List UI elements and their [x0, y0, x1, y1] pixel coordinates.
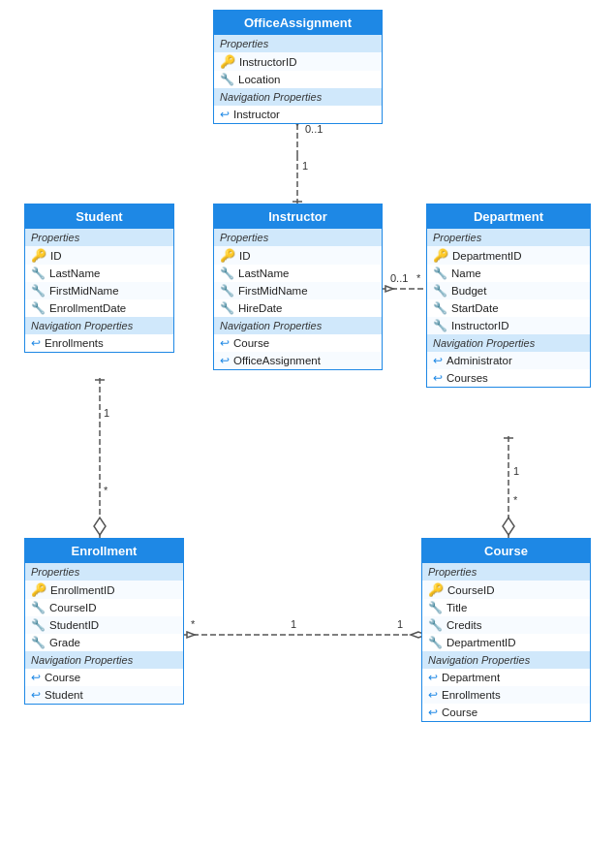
wrench-icon: 🔧: [433, 301, 447, 315]
nav-icon: ↩: [220, 108, 230, 121]
nav-icon: ↩: [31, 688, 41, 702]
section-label: Properties: [25, 563, 183, 581]
prop-credits: 🔧Credits: [422, 616, 590, 634]
svg-text:*: *: [191, 618, 196, 630]
prop-courseid: 🔑CourseID: [422, 581, 590, 599]
section-label-nav: Navigation Properties: [214, 88, 382, 106]
entity-office-assignment: OfficeAssignment Properties 🔑InstructorI…: [213, 10, 383, 124]
nav-icon: ↩: [428, 671, 438, 684]
prop-nav-department: ↩Department: [422, 669, 590, 686]
wrench-icon: 🔧: [433, 284, 447, 298]
entity-header-enrollment: Enrollment: [25, 539, 183, 563]
prop-nav-course: ↩Course: [214, 334, 382, 352]
prop-nav-administrator: ↩Administrator: [427, 352, 590, 369]
svg-text:1: 1: [513, 465, 519, 477]
diagram: 0..1 1 0..1 * 1 * 1 * * 1: [0, 0, 616, 848]
key-icon: 🔑: [31, 582, 46, 597]
wrench-icon: 🔧: [220, 73, 234, 86]
section-label: Properties: [25, 229, 173, 246]
nav-icon: ↩: [433, 354, 443, 367]
prop-startdate: 🔧StartDate: [427, 299, 590, 317]
key-icon: 🔑: [433, 248, 448, 263]
nav-icon: ↩: [31, 671, 41, 684]
prop-lastname: 🔧LastName: [214, 265, 382, 282]
prop-nav-course: ↩Course: [25, 669, 183, 686]
svg-text:*: *: [416, 272, 421, 284]
prop-enrollmentdate: 🔧EnrollmentDate: [25, 299, 173, 317]
prop-nav-student: ↩Student: [25, 686, 183, 704]
prop-nav-enrollments: ↩Enrollments: [422, 686, 590, 704]
svg-text:1: 1: [291, 618, 296, 630]
prop-location: 🔧Location: [214, 71, 382, 88]
prop-id: 🔑ID: [25, 246, 173, 265]
wrench-icon: 🔧: [31, 601, 46, 614]
prop-firstmidname: 🔧FirstMidName: [214, 282, 382, 299]
wrench-icon: 🔧: [428, 618, 443, 632]
key-icon: 🔑: [220, 248, 235, 263]
prop-nav-instructor: ↩Instructor: [214, 106, 382, 123]
entity-department: Department Properties 🔑DepartmentID 🔧Nam…: [426, 204, 591, 388]
section-label: Properties: [422, 563, 590, 581]
svg-marker-7: [385, 286, 393, 292]
wrench-icon: 🔧: [220, 267, 234, 280]
svg-text:1: 1: [302, 160, 308, 172]
prop-nav-courses: ↩Courses: [427, 369, 590, 387]
wrench-icon: 🔧: [433, 319, 447, 332]
wrench-icon: 🔧: [220, 301, 234, 315]
prop-title: 🔧Title: [422, 599, 590, 616]
wrench-icon: 🔧: [428, 636, 443, 649]
prop-budget: 🔧Budget: [427, 282, 590, 299]
prop-id: 🔑ID: [214, 246, 382, 265]
svg-text:*: *: [104, 485, 108, 496]
key-icon: 🔑: [31, 248, 46, 263]
entity-enrollment: Enrollment Properties 🔑EnrollmentID 🔧Cou…: [24, 538, 184, 705]
section-label-nav: Navigation Properties: [25, 317, 173, 334]
section-label: Properties: [214, 35, 382, 52]
wrench-icon: 🔧: [31, 267, 46, 280]
svg-text:*: *: [513, 494, 518, 506]
prop-departmentid: 🔧DepartmentID: [422, 634, 590, 651]
prop-name: 🔧Name: [427, 265, 590, 282]
section-label-nav: Navigation Properties: [427, 334, 590, 352]
svg-marker-13: [94, 518, 106, 535]
svg-text:1: 1: [104, 407, 109, 419]
entity-course: Course Properties 🔑CourseID 🔧Title 🔧Cred…: [421, 538, 591, 722]
prop-studentid: 🔧StudentID: [25, 616, 183, 634]
prop-instructorid: 🔧InstructorID: [427, 317, 590, 334]
prop-lastname: 🔧LastName: [25, 265, 173, 282]
entity-header-office-assignment: OfficeAssignment: [214, 11, 382, 35]
entity-instructor: Instructor Properties 🔑ID 🔧LastName 🔧Fir…: [213, 204, 383, 370]
prop-grade: 🔧Grade: [25, 634, 183, 651]
prop-nav-officeassignment: ↩OfficeAssignment: [214, 352, 382, 369]
nav-icon: ↩: [220, 336, 230, 350]
nav-icon: ↩: [31, 336, 41, 350]
prop-enrollmentid: 🔑EnrollmentID: [25, 581, 183, 599]
prop-nav-course: ↩Course: [422, 704, 590, 721]
nav-icon: ↩: [428, 688, 438, 702]
entity-header-course: Course: [422, 539, 590, 563]
prop-nav-enrollments: ↩Enrollments: [25, 334, 173, 352]
prop-instructor-id: 🔑InstructorID: [214, 52, 382, 71]
section-label: Properties: [214, 229, 382, 246]
svg-text:0..1: 0..1: [390, 272, 408, 284]
nav-icon: ↩: [428, 706, 438, 719]
wrench-icon: 🔧: [220, 284, 234, 298]
entity-header-department: Department: [427, 204, 590, 229]
wrench-icon: 🔧: [31, 284, 46, 298]
wrench-icon: 🔧: [433, 267, 447, 280]
entity-header-instructor: Instructor: [214, 204, 382, 229]
wrench-icon: 🔧: [31, 618, 46, 632]
nav-icon: ↩: [220, 354, 230, 367]
prop-departmentid: 🔑DepartmentID: [427, 246, 590, 265]
svg-marker-21: [187, 632, 195, 638]
section-label-nav: Navigation Properties: [214, 317, 382, 334]
wrench-icon: 🔧: [31, 636, 46, 649]
svg-marker-18: [503, 518, 514, 535]
nav-icon: ↩: [433, 371, 443, 385]
svg-text:1: 1: [397, 618, 403, 630]
svg-text:0..1: 0..1: [305, 123, 323, 135]
key-icon: 🔑: [428, 582, 444, 597]
entity-header-student: Student: [25, 204, 173, 229]
wrench-icon: 🔧: [31, 301, 46, 315]
key-icon: 🔑: [220, 54, 235, 69]
